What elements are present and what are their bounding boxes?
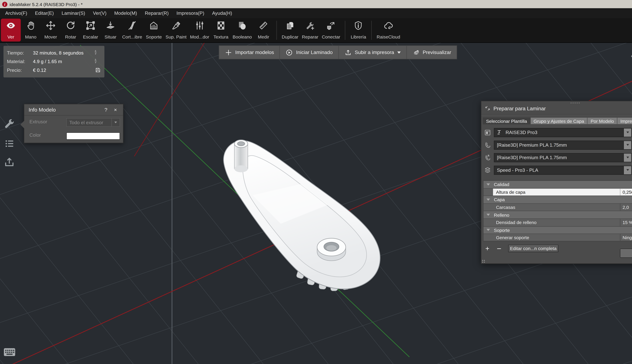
slice-button[interactable]: Laminar — [620, 249, 632, 258]
toolbar-ver-label: Ver — [8, 34, 14, 40]
selector-row-filament-left: [Raise3D] Premium PLA 1.75mmMás — [484, 140, 632, 150]
toolbar-escalar[interactable]: Escalar — [81, 18, 100, 42]
library-icon — [353, 20, 364, 31]
cut-icon — [127, 20, 137, 31]
group-label: Calidad — [494, 182, 509, 187]
settings-group-relleno[interactable]: Relleno — [484, 211, 632, 219]
toolbar-situar[interactable]: Situar — [100, 18, 120, 42]
toolbar-reparar[interactable]: Reparar — [300, 18, 320, 42]
toolbar-rotar[interactable]: Rotar — [61, 18, 81, 42]
stat-row-precio: Precio:€ 0.12 — [7, 66, 101, 74]
filament-right-select-caret[interactable] — [623, 153, 631, 162]
preview-icon — [412, 49, 420, 56]
tab-grupo-y-ajustes-de-capa[interactable]: Grupo y Ajustes de Capa — [530, 117, 588, 124]
save-price-icon[interactable] — [95, 67, 101, 73]
setting-value[interactable]: 2,0 — [620, 204, 632, 211]
tab-por-modelo[interactable]: Por Modelo — [588, 117, 617, 124]
importar-button[interactable]: Importar modelos — [219, 46, 280, 59]
keyboard-shortcuts-button[interactable] — [4, 347, 16, 357]
plus-icon — [225, 49, 232, 56]
toolbar-modificador-label: Mod...dor — [190, 34, 209, 40]
app-logo-icon: i — [2, 2, 7, 7]
collapse-panel-icon[interactable] — [485, 106, 490, 111]
menu-ver[interactable]: Ver(V) — [89, 8, 110, 18]
model-info-help-button[interactable]: ? — [103, 107, 109, 113]
model-settings-button[interactable] — [4, 118, 15, 129]
triangle-collapse-icon — [487, 214, 490, 216]
iniciar-laminado-button[interactable]: Iniciar Laminado — [280, 46, 339, 59]
menu-ayuda[interactable]: Ayuda(H) — [208, 8, 236, 18]
menu-laminar[interactable]: Laminar(S) — [58, 8, 89, 18]
settings-group-soporte[interactable]: Soporte — [484, 226, 632, 234]
place-icon — [105, 20, 116, 31]
repair-icon — [305, 20, 315, 31]
printer-icon — [484, 129, 491, 136]
menu-reparar[interactable]: Reparar(R) — [141, 8, 172, 18]
menu-archivo[interactable]: Archivo(F) — [1, 8, 31, 18]
subir-impresora-button[interactable]: Subir a impresora — [339, 46, 407, 59]
minimize-button[interactable] — [627, 0, 632, 8]
color-label: Color — [30, 132, 41, 138]
printer-select[interactable]: RAISE3D Pro3 — [494, 128, 631, 137]
info-icon[interactable]: i — [95, 58, 101, 64]
menu-editar[interactable]: Editar(E) — [31, 8, 58, 18]
chevron-down-icon[interactable] — [397, 51, 400, 54]
toolbar-booleano-label: Booleano — [233, 34, 252, 40]
menu-modelo[interactable]: Modelo(M) — [110, 8, 141, 18]
toolbar-duplicar[interactable]: Duplicar — [280, 18, 300, 42]
color-swatch[interactable] — [66, 132, 120, 140]
rotate-left-button[interactable] — [631, 52, 632, 60]
toolbar-corte-libre[interactable]: Cort...ibre — [120, 18, 144, 42]
selector-row-printer: RAISE3D Pro3Más — [484, 128, 632, 137]
toolbar-medir[interactable]: Medir — [254, 18, 274, 42]
setting-value[interactable]: 0,2500 mm — [620, 188, 632, 196]
settings-group-calidad[interactable]: Calidad — [484, 181, 632, 188]
model-info-dialog: Info Modelo ? × Extrusor Todo el extruso… — [24, 104, 123, 143]
settings-item-generar-soporte[interactable]: Generar soporteNinguno — [484, 234, 632, 242]
toolbar-textura[interactable]: Textura — [211, 18, 231, 42]
toolbar-libreria[interactable]: Librería — [348, 18, 368, 42]
setting-name: Densidad de relleno — [493, 219, 620, 226]
toolbar-raisecloud[interactable]: RaiseCloud — [375, 18, 402, 42]
model-info-close-button[interactable]: × — [112, 107, 119, 113]
extruder-select[interactable]: Todo el extrusor — [66, 118, 120, 127]
extruder-select-caret[interactable] — [111, 118, 120, 126]
toolbar-mover[interactable]: Mover — [41, 18, 61, 42]
edit-full-config-button[interactable]: Editar con...n completa — [508, 245, 558, 252]
toolbar-ver[interactable]: Ver — [1, 18, 21, 42]
previsualizar-button[interactable]: Previsualizar — [407, 46, 457, 59]
settings-item-carcasas[interactable]: Carcasas2,0 — [484, 204, 632, 211]
setting-value[interactable]: 15 % — [620, 219, 632, 226]
panel-drag-handle[interactable]: ····· — [481, 101, 632, 104]
filament-left-select-caret[interactable] — [623, 141, 631, 149]
settings-item-densidad-de-relleno[interactable]: Densidad de relleno15 % — [484, 219, 632, 226]
filament-right-select[interactable]: [Raise3D] Premium PLA 1.75mm — [494, 153, 631, 162]
printer-select-caret[interactable] — [623, 128, 631, 136]
toolbar-modificador[interactable]: Mod...dor — [188, 18, 211, 42]
toolbar-soporte[interactable]: Soporte — [144, 18, 164, 42]
stat-value: 32 minutos, 8 segundos — [33, 50, 95, 56]
toolbar-mano[interactable]: Mano — [21, 18, 41, 42]
settings-item-altura-de-capa[interactable]: Altura de capa0,2500 mm — [484, 188, 632, 196]
toolbar-reparar-label: Reparar — [302, 34, 318, 40]
tab-seleccionar-plantilla[interactable]: Seleccionar Plantilla — [483, 117, 530, 124]
toolbar-sup-paint-label: Sup. Paint — [166, 34, 186, 40]
toolbar-booleano[interactable]: Booleano — [231, 18, 254, 42]
connect-icon — [326, 20, 336, 31]
toolbar-conectar[interactable]: Conectar — [320, 18, 342, 42]
filament-left-select[interactable]: [Raise3D] Premium PLA 1.75mm — [494, 140, 631, 150]
template-select-caret[interactable] — [623, 166, 631, 174]
tab-impresión-secuencial[interactable]: Impresión Secuencial — [617, 117, 632, 124]
settings-group-capa[interactable]: Capa — [484, 196, 632, 204]
setting-value[interactable]: Ninguno — [620, 234, 632, 241]
template-select[interactable]: Speed - Pro3 - PLA — [494, 166, 631, 174]
row-gutter — [484, 204, 493, 211]
remove-template-button[interactable]: − — [496, 245, 503, 252]
resize-grip-left[interactable] — [482, 260, 485, 263]
info-icon[interactable]: i — [95, 50, 101, 56]
toolbar-sup-paint[interactable]: Sup. Paint — [164, 18, 188, 42]
model-list-button[interactable] — [4, 138, 15, 149]
export-model-button[interactable] — [4, 156, 15, 168]
add-template-button[interactable]: + — [484, 245, 491, 252]
menu-impresora[interactable]: Impresora(P) — [172, 8, 208, 18]
